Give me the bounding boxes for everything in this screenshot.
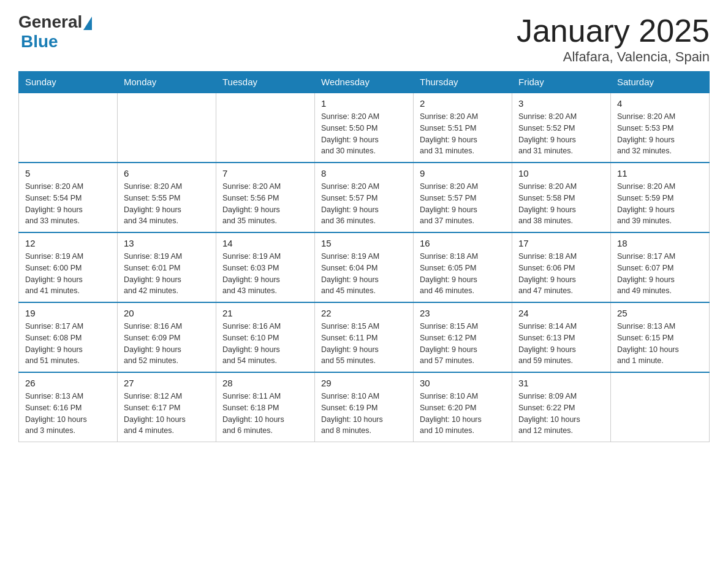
day-info: Sunrise: 8:19 AMSunset: 6:01 PMDaylight:…: [124, 251, 210, 297]
weekday-header-saturday: Saturday: [611, 72, 710, 93]
day-number: 23: [420, 308, 506, 318]
calendar-title: January 2025: [517, 12, 710, 49]
weekday-header-thursday: Thursday: [414, 72, 512, 93]
day-number: 14: [222, 238, 308, 248]
logo: General Blue: [18, 12, 92, 52]
day-info: Sunrise: 8:11 AMSunset: 6:18 PMDaylight:…: [222, 391, 308, 437]
weekday-header-friday: Friday: [512, 72, 611, 93]
calendar-cell: 8Sunrise: 8:20 AMSunset: 5:57 PMDaylight…: [315, 163, 414, 232]
calendar-cell: 25Sunrise: 8:13 AMSunset: 6:15 PMDayligh…: [611, 302, 710, 372]
day-number: 25: [617, 308, 703, 318]
day-info: Sunrise: 8:20 AMSunset: 5:53 PMDaylight:…: [617, 111, 703, 157]
day-number: 3: [518, 98, 604, 109]
day-number: 24: [518, 308, 604, 318]
day-number: 5: [25, 168, 111, 178]
day-number: 18: [617, 238, 703, 248]
day-number: 10: [518, 168, 604, 178]
day-info: Sunrise: 8:20 AMSunset: 5:58 PMDaylight:…: [518, 181, 604, 227]
day-number: 30: [420, 378, 506, 388]
day-info: Sunrise: 8:20 AMSunset: 5:56 PMDaylight:…: [222, 181, 308, 227]
day-number: 22: [321, 308, 407, 318]
weekday-header-wednesday: Wednesday: [315, 72, 414, 93]
day-info: Sunrise: 8:20 AMSunset: 5:52 PMDaylight:…: [518, 111, 604, 157]
day-number: 6: [124, 168, 210, 178]
calendar-cell: 10Sunrise: 8:20 AMSunset: 5:58 PMDayligh…: [512, 163, 611, 232]
weekday-header-tuesday: Tuesday: [216, 72, 315, 93]
calendar-cell: 5Sunrise: 8:20 AMSunset: 5:54 PMDaylight…: [19, 163, 118, 232]
day-number: 12: [25, 238, 111, 248]
calendar-cell: 31Sunrise: 8:09 AMSunset: 6:22 PMDayligh…: [512, 372, 611, 442]
calendar-cell: 16Sunrise: 8:18 AMSunset: 6:05 PMDayligh…: [414, 232, 512, 302]
calendar-cell: 9Sunrise: 8:20 AMSunset: 5:57 PMDaylight…: [414, 163, 512, 232]
day-number: 1: [321, 98, 407, 109]
calendar-cell: 3Sunrise: 8:20 AMSunset: 5:52 PMDaylight…: [512, 93, 611, 163]
day-info: Sunrise: 8:10 AMSunset: 6:19 PMDaylight:…: [321, 391, 407, 437]
week-row-1: 1Sunrise: 8:20 AMSunset: 5:50 PMDaylight…: [19, 93, 710, 163]
calendar-subtitle: Alfafara, Valencia, Spain: [517, 49, 710, 65]
calendar-cell: 6Sunrise: 8:20 AMSunset: 5:55 PMDaylight…: [118, 163, 216, 232]
logo-triangle-icon: [83, 17, 92, 30]
day-number: 16: [420, 238, 506, 248]
title-block: January 2025 Alfafara, Valencia, Spain: [517, 12, 710, 65]
day-info: Sunrise: 8:20 AMSunset: 5:55 PMDaylight:…: [124, 181, 210, 227]
calendar-cell: 24Sunrise: 8:14 AMSunset: 6:13 PMDayligh…: [512, 302, 611, 372]
week-row-2: 5Sunrise: 8:20 AMSunset: 5:54 PMDaylight…: [19, 163, 710, 232]
calendar-cell: 17Sunrise: 8:18 AMSunset: 6:06 PMDayligh…: [512, 232, 611, 302]
day-info: Sunrise: 8:13 AMSunset: 6:16 PMDaylight:…: [25, 391, 111, 437]
day-info: Sunrise: 8:09 AMSunset: 6:22 PMDaylight:…: [518, 391, 604, 437]
day-info: Sunrise: 8:12 AMSunset: 6:17 PMDaylight:…: [124, 391, 210, 437]
day-number: 7: [222, 168, 308, 178]
day-number: 2: [420, 98, 506, 109]
weekday-header-monday: Monday: [118, 72, 216, 93]
weekday-header-sunday: Sunday: [19, 72, 118, 93]
day-info: Sunrise: 8:15 AMSunset: 6:12 PMDaylight:…: [420, 321, 506, 367]
calendar-cell: 19Sunrise: 8:17 AMSunset: 6:08 PMDayligh…: [19, 302, 118, 372]
day-info: Sunrise: 8:13 AMSunset: 6:15 PMDaylight:…: [617, 321, 703, 367]
day-info: Sunrise: 8:20 AMSunset: 5:51 PMDaylight:…: [420, 111, 506, 157]
day-number: 29: [321, 378, 407, 388]
day-info: Sunrise: 8:20 AMSunset: 5:59 PMDaylight:…: [617, 181, 703, 227]
calendar-cell: 30Sunrise: 8:10 AMSunset: 6:20 PMDayligh…: [414, 372, 512, 442]
calendar-cell: 28Sunrise: 8:11 AMSunset: 6:18 PMDayligh…: [216, 372, 315, 442]
calendar-cell: 29Sunrise: 8:10 AMSunset: 6:19 PMDayligh…: [315, 372, 414, 442]
calendar-cell: 26Sunrise: 8:13 AMSunset: 6:16 PMDayligh…: [19, 372, 118, 442]
day-number: 13: [124, 238, 210, 248]
calendar-cell: 22Sunrise: 8:15 AMSunset: 6:11 PMDayligh…: [315, 302, 414, 372]
day-number: 17: [518, 238, 604, 248]
day-number: 21: [222, 308, 308, 318]
calendar-cell: 14Sunrise: 8:19 AMSunset: 6:03 PMDayligh…: [216, 232, 315, 302]
day-info: Sunrise: 8:18 AMSunset: 6:05 PMDaylight:…: [420, 251, 506, 297]
day-info: Sunrise: 8:20 AMSunset: 5:50 PMDaylight:…: [321, 111, 407, 157]
day-number: 19: [25, 308, 111, 318]
day-info: Sunrise: 8:17 AMSunset: 6:07 PMDaylight:…: [617, 251, 703, 297]
day-info: Sunrise: 8:10 AMSunset: 6:20 PMDaylight:…: [420, 391, 506, 437]
calendar-cell: [216, 93, 315, 163]
day-number: 31: [518, 378, 604, 388]
logo-general-text: General: [18, 12, 82, 32]
day-info: Sunrise: 8:15 AMSunset: 6:11 PMDaylight:…: [321, 321, 407, 367]
calendar-cell: 15Sunrise: 8:19 AMSunset: 6:04 PMDayligh…: [315, 232, 414, 302]
day-info: Sunrise: 8:19 AMSunset: 6:03 PMDaylight:…: [222, 251, 308, 297]
day-number: 15: [321, 238, 407, 248]
day-info: Sunrise: 8:19 AMSunset: 6:04 PMDaylight:…: [321, 251, 407, 297]
calendar-cell: [611, 372, 710, 442]
calendar-cell: 7Sunrise: 8:20 AMSunset: 5:56 PMDaylight…: [216, 163, 315, 232]
calendar-cell: 12Sunrise: 8:19 AMSunset: 6:00 PMDayligh…: [19, 232, 118, 302]
calendar-cell: 1Sunrise: 8:20 AMSunset: 5:50 PMDaylight…: [315, 93, 414, 163]
day-info: Sunrise: 8:20 AMSunset: 5:57 PMDaylight:…: [420, 181, 506, 227]
day-info: Sunrise: 8:18 AMSunset: 6:06 PMDaylight:…: [518, 251, 604, 297]
weekday-header-row: SundayMondayTuesdayWednesdayThursdayFrid…: [19, 72, 710, 93]
calendar-cell: 18Sunrise: 8:17 AMSunset: 6:07 PMDayligh…: [611, 232, 710, 302]
day-info: Sunrise: 8:16 AMSunset: 6:09 PMDaylight:…: [124, 321, 210, 367]
day-number: 28: [222, 378, 308, 388]
calendar-cell: [118, 93, 216, 163]
calendar-cell: [19, 93, 118, 163]
day-number: 27: [124, 378, 210, 388]
calendar-cell: 20Sunrise: 8:16 AMSunset: 6:09 PMDayligh…: [118, 302, 216, 372]
week-row-5: 26Sunrise: 8:13 AMSunset: 6:16 PMDayligh…: [19, 372, 710, 442]
calendar-cell: 13Sunrise: 8:19 AMSunset: 6:01 PMDayligh…: [118, 232, 216, 302]
day-info: Sunrise: 8:16 AMSunset: 6:10 PMDaylight:…: [222, 321, 308, 367]
calendar-cell: 2Sunrise: 8:20 AMSunset: 5:51 PMDaylight…: [414, 93, 512, 163]
page-header: General Blue January 2025 Alfafara, Vale…: [18, 12, 710, 65]
calendar-cell: 21Sunrise: 8:16 AMSunset: 6:10 PMDayligh…: [216, 302, 315, 372]
